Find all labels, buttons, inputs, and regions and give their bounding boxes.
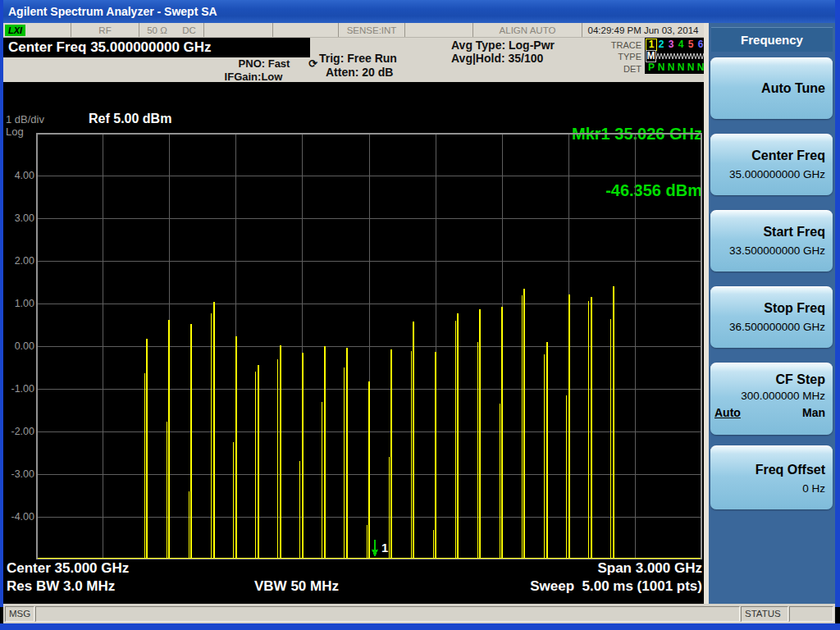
- sweep-annotation: Sweep 5.00 ms (1001 pts): [530, 578, 702, 595]
- type-label: TYPE: [576, 51, 641, 62]
- man-option[interactable]: Man: [802, 406, 825, 419]
- average-annotation: Avg Type: Log-Pwr Avg|Hold: 35/100: [451, 39, 555, 65]
- trace-number-row: 123456: [646, 39, 707, 50]
- status-cell-empty-3: [405, 23, 473, 37]
- trace-number: 2: [656, 39, 666, 50]
- message-bar: MSG STATUS: [3, 604, 835, 623]
- vbw-annotation: VBW 50 MHz: [254, 578, 339, 595]
- avg-hold-line: Avg|Hold: 35/100: [451, 52, 555, 65]
- window-border-right: [835, 0, 840, 607]
- trace-det-row: PNNNNN: [646, 62, 707, 73]
- softkey-label: Freq Offset: [710, 463, 833, 477]
- window-border-bottom: [0, 623, 840, 630]
- graph-region: Mkr1 35.026 GHz -46.356 dBm 1 dB/div Log…: [3, 82, 704, 604]
- softkey-value: 300.000000 MHz: [710, 390, 833, 402]
- y-axis-tick-label: 2.00: [3, 255, 34, 267]
- y-axis-tick-label: 0.00: [3, 340, 34, 352]
- softkey-value: 33.500000000 GHz: [710, 244, 833, 257]
- status-cell-empty-2: [273, 23, 339, 37]
- trace-type-letter: M: [646, 51, 655, 62]
- log-scale-label: Log: [6, 126, 24, 138]
- impedance-indicator: 50 Ω: [147, 25, 167, 35]
- spectrum-svg: 1: [36, 133, 702, 559]
- marker-number: 1: [381, 541, 388, 555]
- pno-annotation: PNO: Fast: [215, 57, 313, 70]
- softkey-start-freq[interactable]: Start Freq 33.500000000 GHz: [710, 210, 833, 272]
- softkey-value: 35.000000000 GHz: [710, 168, 833, 180]
- msg-field: [35, 606, 740, 622]
- softkey-label: CF Step: [710, 372, 833, 387]
- trace-det-letter: N: [666, 62, 676, 73]
- measurement-title: Center Freq 35.000000000 GHz: [3, 38, 310, 57]
- y-axis-tick-label: 1.00: [3, 298, 34, 309]
- softkey-auto-tune[interactable]: Auto Tune: [710, 57, 833, 119]
- y-axis-tick-label: -1.00: [3, 383, 34, 395]
- trace-legend-labels: TRACE TYPE DET: [576, 39, 641, 75]
- auto-option[interactable]: Auto: [714, 406, 741, 419]
- menu-header: Frequency: [711, 27, 833, 52]
- status-cell-empty-1: [204, 23, 273, 37]
- y-axis-tick-label: -2.00: [3, 426, 34, 437]
- trace-number: 3: [666, 39, 676, 50]
- softkey-menu: Frequency Auto Tune Center Freq 35.00000…: [709, 23, 835, 604]
- sense-indicator: SENSE:INT: [339, 23, 405, 37]
- loop-sweep-icon: ⟳: [308, 57, 317, 70]
- softkey-freq-offset[interactable]: Freq Offset 0 Hz: [710, 445, 833, 509]
- center-freq-annotation: Center 35.000 GHz: [7, 560, 129, 577]
- trace-number: 4: [676, 39, 686, 50]
- window-title: Agilent Spectrum Analyzer - Swept SA: [8, 5, 217, 18]
- y-axis-tick-label: 4.00: [3, 170, 34, 181]
- lxi-cell: LXI: [3, 23, 71, 37]
- softkey-label: Center Freq: [710, 148, 833, 163]
- trigger-annotation: Trig: Free Run Atten: 20 dB: [319, 52, 397, 80]
- avg-type-line: Avg Type: Log-Pwr: [451, 39, 555, 52]
- softkey-center-freq[interactable]: Center Freq 35.000000000 GHz: [710, 134, 833, 195]
- trace-legend-box: 123456 M PNNNNN: [645, 38, 707, 74]
- trace-number: 5: [686, 39, 696, 50]
- trace-type-waveform-icon: [656, 52, 666, 61]
- softkey-label: Start Freq: [710, 225, 833, 240]
- align-indicator: ALIGN AUTO: [473, 23, 582, 37]
- softkey-label: Stop Freq: [710, 301, 833, 316]
- auto-man-row: Auto Man: [710, 406, 833, 419]
- ifgain-annotation: IFGain:Low: [208, 71, 299, 83]
- input-coupling-cell: 50 Ω DC: [139, 23, 204, 37]
- span-annotation: Span 3.000 GHz: [597, 560, 702, 577]
- det-label: DET: [576, 63, 641, 75]
- rf-indicator: RF: [71, 23, 139, 37]
- trace-det-letter: N: [656, 62, 666, 73]
- trace-number: 1: [646, 39, 656, 50]
- window-title-bar: Agilent Spectrum Analyzer - Swept SA: [0, 0, 840, 23]
- status-strip: LXI RF 50 Ω DC SENSE:INT ALIGN AUTO 04:2…: [3, 23, 704, 38]
- status-label: STATUS: [741, 606, 788, 622]
- softkey-cf-step[interactable]: CF Step 300.000000 MHz Auto Man: [710, 363, 833, 435]
- res-bw-annotation: Res BW 3.0 MHz: [7, 578, 115, 595]
- coupling-indicator: DC: [182, 25, 196, 35]
- trace-det-letter: P: [646, 62, 656, 73]
- softkey-value: 36.500000000 GHz: [710, 321, 833, 333]
- status-field: [789, 606, 833, 622]
- trace-label: TRACE: [576, 39, 641, 51]
- trace-det-letter: N: [676, 62, 686, 73]
- msg-label: MSG: [5, 606, 34, 622]
- annotation-bar: Center Freq 35.000000000 GHz PNO: Fast ⟳…: [3, 38, 704, 82]
- marker-arrow-icon: [372, 550, 378, 557]
- softkey-label: Auto Tune: [710, 81, 833, 96]
- y-axis-tick-label: 3.00: [3, 212, 34, 224]
- trace-type-row: M: [646, 50, 707, 62]
- trace-det-letter: N: [686, 62, 696, 73]
- softkey-value: 0 Hz: [710, 482, 833, 495]
- atten-line: Atten: 20 dB: [319, 66, 397, 80]
- y-axis-tick-label: -3.00: [3, 468, 34, 480]
- lxi-badge: LXI: [5, 25, 25, 36]
- softkey-stop-freq[interactable]: Stop Freq 36.500000000 GHz: [710, 286, 833, 348]
- trace-type-waveform-icon: [686, 52, 696, 61]
- ref-level-label: Ref 5.00 dBm: [89, 112, 171, 126]
- scale-per-div-label: 1 dB/div: [6, 113, 44, 126]
- trace-type-waveform-icon: [676, 52, 686, 61]
- clock: 04:29:49 PM Jun 03, 2014: [582, 23, 704, 37]
- trig-line: Trig: Free Run: [319, 52, 397, 66]
- y-axis-tick-label: -4.00: [3, 511, 34, 523]
- spectrum-analyzer-screen: Agilent Spectrum Analyzer - Swept SA LXI…: [0, 0, 840, 630]
- trace-type-waveform-icon: [666, 52, 676, 61]
